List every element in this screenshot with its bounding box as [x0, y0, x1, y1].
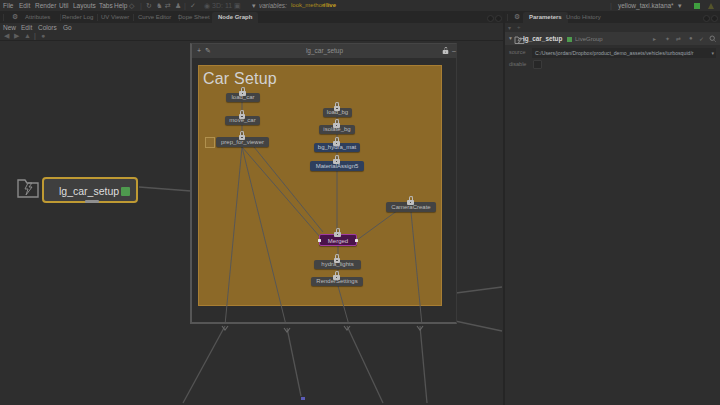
up-icon[interactable]: ▲: [24, 32, 31, 39]
plus-icon[interactable]: +: [517, 24, 521, 30]
tab-parameters[interactable]: Parameters: [523, 12, 568, 23]
right-pane-gear-icon[interactable]: ⚙: [514, 13, 520, 21]
lock-icon: [333, 271, 340, 280]
warning-icon[interactable]: [708, 3, 714, 9]
menu-help[interactable]: Help: [114, 2, 127, 9]
sep: |: [34, 32, 36, 39]
parameters-panel: ▾+ ▼ lg_car_setup LiveGroup ▸✦⇄●✓ source…: [505, 23, 720, 405]
tab-uv-viewer[interactable]: UV Viewer: [101, 12, 129, 23]
menu-edit[interactable]: Edit: [19, 2, 30, 9]
pawn-icon[interactable]: ♟: [175, 2, 181, 10]
lock-icon: [407, 196, 414, 205]
tab-dope-sheet[interactable]: Dope Sheet: [178, 12, 210, 23]
panel-title: lg_car_setup: [192, 47, 457, 54]
play-icon[interactable]: ▸: [653, 35, 656, 42]
node-graph-viewport[interactable]: lg_car_setup + ✎ lg_car_setup – Car Setu…: [0, 41, 503, 405]
sep: |: [140, 2, 142, 9]
source-field-value[interactable]: C:/Users/jordan/Dropbox/product_demo_ass…: [532, 48, 716, 58]
node-graph-toolbar: ◀▶▲|●: [0, 32, 503, 41]
lg-car-setup-node[interactable]: lg_car_setup: [42, 177, 138, 203]
variable-equals: =: [322, 2, 326, 8]
tab-render-log[interactable]: Render Log: [62, 12, 93, 23]
lock-icon: [239, 87, 246, 96]
lg-car-setup-node-status: [121, 187, 130, 196]
ng-menu-colors[interactable]: Colors: [38, 24, 57, 31]
disable-field-label: disable: [509, 61, 526, 67]
node-input-port[interactable]: [318, 239, 321, 242]
renderer-status: ◉ 3D: 11 ▣: [204, 2, 241, 10]
caret-down-icon[interactable]: ▾: [508, 24, 511, 31]
disable-checkbox[interactable]: [533, 60, 542, 69]
expand-caret-icon[interactable]: ▼: [508, 35, 513, 41]
group-floating-panel[interactable]: + ✎ lg_car_setup – Car Setup load_carmov…: [190, 43, 457, 324]
swap-icon[interactable]: ⇄: [676, 35, 681, 42]
source-field-label: source: [509, 49, 526, 55]
world-icon[interactable]: ●: [41, 32, 45, 39]
sep2: |: [184, 2, 186, 9]
lg-car-setup-node-label: lg_car_setup: [59, 185, 119, 197]
tab-node-graph[interactable]: Node Graph: [212, 12, 258, 23]
separator: |: [610, 2, 612, 9]
node-output-port[interactable]: [355, 239, 358, 242]
knight-icon[interactable]: ♞: [156, 2, 162, 10]
variable-value[interactable]: live: [326, 2, 336, 8]
tab-attributes[interactable]: Attributes: [25, 12, 50, 23]
menu-bar: FileEditRenderUtilLayoutsTabsHelp ◇|↻♞⇄♟…: [0, 0, 720, 12]
panel-minimize-icon[interactable]: –: [452, 47, 456, 54]
lock-icon: [333, 137, 340, 146]
parameter-node-header[interactable]: ▼ lg_car_setup LiveGroup ▸✦⇄●✓: [505, 32, 720, 45]
menu-file[interactable]: File: [3, 2, 13, 9]
lock-icon: [333, 119, 340, 128]
lock-icon: [333, 155, 340, 164]
lock-icon: [334, 102, 341, 111]
distant-node[interactable]: [301, 397, 305, 400]
refresh-icon[interactable]: ↻: [146, 2, 152, 10]
parameter-node-type: LiveGroup: [575, 36, 603, 42]
pane-button-1[interactable]: [487, 15, 494, 22]
forward-icon[interactable]: ▶: [14, 32, 19, 40]
pane-button-4[interactable]: [711, 15, 718, 22]
swap-icon[interactable]: ⇄: [165, 2, 171, 10]
parameter-node-status: [567, 37, 572, 42]
project-file-name[interactable]: yellow_taxi.katana*: [618, 2, 674, 9]
left-pane-gear-icon[interactable]: ⚙: [12, 13, 18, 21]
ng-menu-go[interactable]: Go: [63, 24, 72, 31]
menu-layouts[interactable]: Layouts: [73, 2, 96, 9]
variables-label: variables:: [259, 2, 287, 9]
lg-car-setup-node-output-port[interactable]: [85, 200, 99, 203]
tab-strip: ⚙ AttributesRender LogUV ViewerCurve Edi…: [0, 12, 720, 23]
dot-icon[interactable]: ●: [689, 35, 693, 41]
thumb-icon[interactable]: ✓: [190, 2, 196, 10]
menu-util[interactable]: Util: [59, 2, 68, 9]
node-graph-menu-row: NewEditColorsGo: [0, 23, 503, 32]
group-panel-body[interactable]: Car Setup load_carmove_carprep_for_viewe…: [192, 59, 457, 323]
lock-icon: [334, 228, 341, 237]
panel-lock-icon[interactable]: [443, 47, 449, 54]
menu-tabs[interactable]: Tabs: [99, 2, 113, 9]
status-green-indicator: [694, 3, 700, 9]
search-icon[interactable]: [709, 35, 717, 43]
lock-icon: [334, 254, 341, 263]
ng-menu-edit[interactable]: Edit: [21, 24, 32, 31]
back-icon[interactable]: ◀: [4, 32, 9, 40]
parameter-node-name: lg_car_setup: [523, 35, 562, 42]
pane-button-2[interactable]: [495, 15, 502, 22]
tab-curve-editor[interactable]: Curve Editor: [138, 12, 171, 23]
livegroup-folder-icon: [15, 171, 41, 201]
variable-name[interactable]: look_method: [291, 2, 325, 8]
flag-icon[interactable]: ◇: [129, 2, 134, 10]
compass-icon[interactable]: ✦: [665, 35, 670, 42]
check-icon[interactable]: ✓: [699, 35, 704, 42]
lock-icon: [239, 131, 246, 140]
tab-undo-history[interactable]: Undo History: [566, 12, 601, 23]
menu-render[interactable]: Render: [35, 2, 56, 9]
ng-menu-new[interactable]: New: [3, 24, 16, 31]
group-panel-header[interactable]: + ✎ lg_car_setup –: [192, 44, 457, 58]
project-caret-icon[interactable]: ▾: [678, 2, 682, 10]
lock-icon: [239, 110, 246, 119]
variables-caret-icon[interactable]: ▾: [252, 2, 256, 10]
pane-button-3[interactable]: [703, 15, 710, 22]
